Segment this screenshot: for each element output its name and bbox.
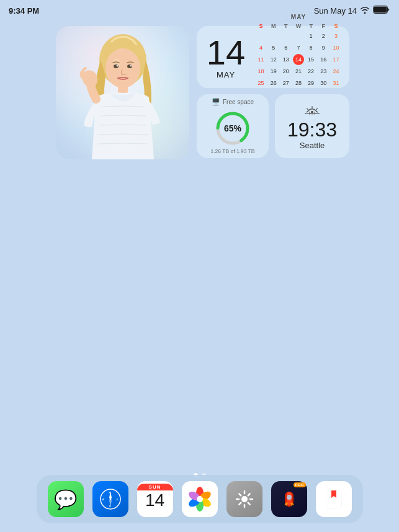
rocket-icon [280, 490, 298, 508]
cal-day-8: 8 [305, 42, 316, 53]
time-display: 19:33 [287, 119, 337, 141]
svg-point-36 [241, 496, 248, 502]
cal-date-section: 14 MAY [204, 35, 248, 79]
cal-day-26: 26 [268, 78, 279, 89]
calendar-app-day-number: 14 [145, 492, 164, 509]
svg-line-44 [239, 503, 241, 505]
svg-point-35 [197, 496, 203, 502]
dock-app-messages[interactable]: 💬 [48, 481, 84, 517]
battery-icon [373, 6, 390, 16]
cal-day-number: 14 [207, 35, 245, 70]
cal-day-19: 19 [268, 66, 279, 77]
svg-line-19 [316, 109, 318, 110]
svg-point-45 [287, 495, 292, 500]
freespace-label-text: Free space [223, 99, 254, 105]
cal-day-4: 4 [256, 42, 267, 53]
dock-app-photos[interactable] [182, 481, 218, 517]
cal-header-W: W [292, 22, 304, 30]
cal-day-20: 20 [280, 66, 292, 77]
svg-line-43 [248, 494, 249, 495]
cal-grid: SMTWTFS123456789101112131415161718192021… [255, 22, 342, 100]
cal-header-S: S [330, 22, 342, 30]
cal-header-F: F [318, 22, 330, 30]
right-widgets: 14 MAY MAY SMTWTFS1234567891011121314151… [197, 26, 349, 159]
cal-day-15: 15 [305, 54, 316, 65]
cal-day-14: 14 [293, 54, 304, 65]
cal-day-9: 9 [318, 42, 329, 53]
widgets-area: 14 MAY MAY SMTWTFS1234567891011121314151… [0, 20, 399, 166]
cal-header-T: T [280, 22, 292, 30]
calendar-widget[interactable]: 14 MAY MAY SMTWTFS1234567891011121314151… [197, 26, 349, 88]
svg-point-10 [117, 65, 119, 67]
dock-app-settings[interactable] [226, 481, 262, 517]
cal-grid-section: MAY SMTWTFS12345678910111213141516171819… [255, 14, 342, 100]
cal-day-5: 5 [268, 42, 279, 53]
freespace-detail: 1.26 TB of 1.93 TB [210, 148, 254, 154]
cal-day-28: 28 [293, 78, 304, 89]
cal-day-empty [256, 30, 267, 42]
freespace-chart: 65% [214, 110, 251, 147]
svg-text:S: S [109, 505, 110, 508]
cal-day-6: 6 [280, 42, 292, 53]
messages-icon: 💬 [54, 489, 77, 510]
cal-day-27: 27 [280, 78, 292, 89]
svg-rect-1 [374, 7, 387, 13]
safari-icon: N E S W [99, 488, 122, 510]
cal-day-13: 13 [280, 54, 292, 65]
svg-line-18 [307, 109, 308, 110]
cal-header-M: M [267, 22, 279, 30]
cal-day-10: 10 [330, 42, 341, 53]
cal-day-30: 30 [318, 78, 329, 89]
cal-day-1: 1 [305, 30, 316, 42]
cal-day-empty [280, 30, 292, 42]
cal-day-31: 31 [330, 78, 341, 89]
cal-day-7: 7 [293, 42, 304, 53]
svg-text:N: N [109, 491, 110, 494]
cal-day-25: 25 [256, 78, 267, 89]
cal-grid-month-label: MAY [255, 14, 342, 20]
hard-drive-icon: 🖥️ [212, 98, 220, 106]
cal-day-16: 16 [318, 54, 329, 65]
freespace-percent-label: 65% [224, 123, 241, 133]
cal-day-12: 12 [268, 54, 279, 65]
cal-month: MAY [217, 70, 235, 79]
photo-widget[interactable] [56, 26, 189, 159]
cal-day-29: 29 [305, 78, 316, 89]
cal-day-11: 11 [256, 54, 267, 65]
dock-app-calendar[interactable]: SUN 14 [137, 481, 173, 517]
rocketsim-pro-badge: PRO [294, 482, 306, 487]
cal-day-23: 23 [318, 66, 329, 77]
cal-day-empty [293, 30, 304, 42]
svg-text:E: E [116, 498, 118, 501]
wifi-icon [360, 6, 370, 16]
cal-day-3: 3 [330, 30, 341, 42]
freespace-label: 🖥️ Free space [212, 98, 254, 106]
cal-day-empty [268, 30, 279, 42]
cal-day-21: 21 [293, 66, 304, 77]
time-weather-widget[interactable]: 19:33 Seattle [275, 94, 349, 158]
cal-header-S: S [255, 22, 267, 30]
flashcard-icon [323, 488, 345, 510]
dock-app-safari[interactable]: N E S W [92, 481, 128, 517]
status-time: 9:34 PM [9, 6, 39, 16]
svg-line-42 [248, 503, 249, 505]
bottom-widgets-row: 🖥️ Free space 65% 1.26 TB of 1.93 TB [197, 94, 349, 158]
cal-day-22: 22 [305, 66, 316, 77]
svg-point-6 [105, 48, 140, 88]
cal-day-24: 24 [330, 66, 341, 77]
svg-line-41 [239, 494, 241, 495]
svg-text:W: W [102, 498, 104, 501]
svg-point-11 [130, 65, 132, 67]
freespace-widget[interactable]: 🖥️ Free space 65% 1.26 TB of 1.93 TB [197, 94, 269, 158]
city-label: Seattle [300, 141, 325, 150]
dock-app-flashcard[interactable] [316, 481, 352, 517]
settings-icon [234, 489, 255, 510]
cal-day-18: 18 [256, 66, 267, 77]
photos-icon [185, 484, 215, 514]
sunrise-icon [303, 102, 321, 118]
cal-header-T: T [305, 22, 317, 30]
cal-day-17: 17 [330, 54, 341, 65]
dock-app-rocketsim[interactable]: PRO [271, 481, 307, 517]
cal-day-2: 2 [318, 30, 329, 42]
calendar-app-day-label: SUN [137, 484, 173, 490]
